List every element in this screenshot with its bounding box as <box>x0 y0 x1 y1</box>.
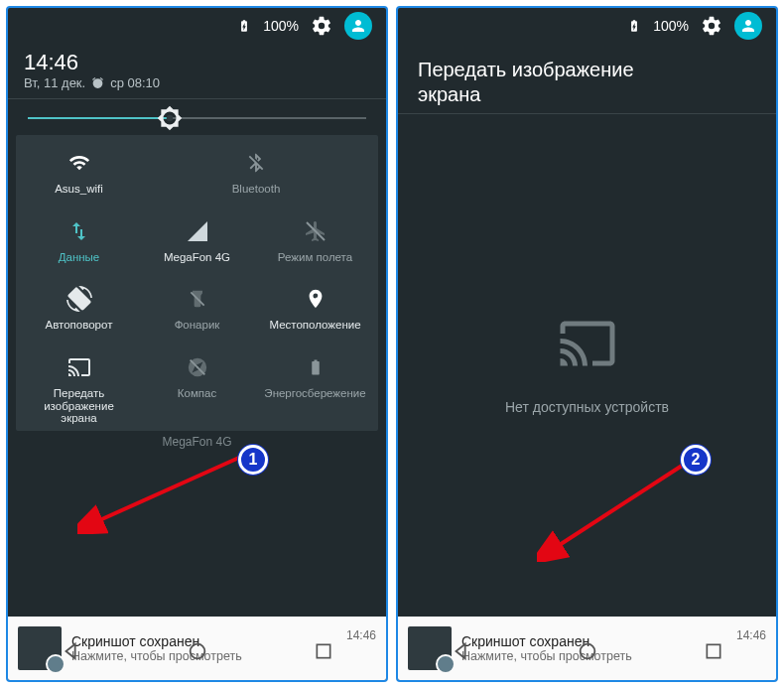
battery-saver-icon <box>307 353 325 381</box>
cast-dialog-title: Передать изображение экрана <box>398 44 776 113</box>
date-text: Вт, 11 дек. <box>24 75 85 90</box>
brightness-slider[interactable] <box>8 99 386 129</box>
tile-data[interactable]: Данные <box>20 213 138 268</box>
tile-label: Asus_wifi <box>55 183 103 196</box>
clock-time: 14:46 <box>24 50 370 75</box>
notification-time: 14:46 <box>346 628 376 642</box>
airplane-off-icon <box>304 217 327 245</box>
battery-charging-icon <box>237 17 251 35</box>
tile-label: Энергосбережение <box>264 387 365 400</box>
notification-card[interactable]: Скриншот сохранен Нажмите, чтобы просмот… <box>398 617 776 680</box>
tile-airplane[interactable]: Режим полета <box>256 213 374 268</box>
notification-title: Скриншот сохранен <box>461 633 726 649</box>
notification-thumbnail <box>408 626 452 670</box>
data-arrows-icon <box>67 217 91 245</box>
tile-cast[interactable]: Передать изображение экрана <box>20 349 138 429</box>
brightness-thumb-icon[interactable] <box>157 105 183 131</box>
tile-bluetooth[interactable]: Bluetooth <box>138 145 374 200</box>
annotation-badge-2: 2 <box>681 445 711 475</box>
tile-autorotate[interactable]: Автоповорот <box>20 281 138 336</box>
status-bar: 100% <box>8 8 386 44</box>
quick-tiles-grid: Asus_wifi Bluetooth Данные MegaFon 4G Ре… <box>16 135 378 431</box>
location-icon <box>305 285 327 313</box>
tile-label: MegaFon 4G <box>164 251 230 264</box>
tile-flashlight[interactable]: Фонарик <box>138 281 256 336</box>
notification-text: Скриншот сохранен Нажмите, чтобы просмот… <box>461 633 726 663</box>
notification-subtitle: Нажмите, чтобы просмотреть <box>71 649 336 663</box>
user-avatar[interactable] <box>734 12 762 40</box>
qs-header: 14:46 Вт, 11 дек. ср 08:10 <box>8 44 386 98</box>
settings-gear-icon[interactable] <box>701 15 722 37</box>
flashlight-off-icon <box>188 285 207 313</box>
tile-label: Автоповорот <box>46 319 113 332</box>
cast-icon <box>65 353 93 381</box>
tile-label: Местоположение <box>269 319 360 332</box>
alarm-icon <box>91 76 104 89</box>
phone-left-quick-settings: 100% 14:46 Вт, 11 дек. ср 08:10 Asus_wif… <box>6 6 388 682</box>
annotation-arrow-1 <box>77 445 251 534</box>
cast-empty-message: Нет доступных устройств <box>505 399 669 415</box>
status-bar: 100% <box>398 8 776 44</box>
battery-percent: 100% <box>653 18 689 34</box>
notification-subtitle: Нажмите, чтобы просмотреть <box>461 649 726 663</box>
notification-text: Скриншот сохранен Нажмите, чтобы просмот… <box>71 633 336 663</box>
carrier-footer: MegaFon 4G <box>8 431 386 449</box>
date-alarm-row: Вт, 11 дек. ср 08:10 <box>24 75 370 90</box>
title-line2: экрана <box>418 82 756 107</box>
brightness-track[interactable] <box>28 117 366 119</box>
tile-wifi[interactable]: Asus_wifi <box>20 145 138 200</box>
notification-thumbnail <box>18 626 62 670</box>
compass-off-icon <box>187 353 208 381</box>
battery-charging-icon <box>627 17 641 35</box>
annotation-badge-1: 1 <box>238 445 268 475</box>
notification-title: Скриншот сохранен <box>71 633 336 649</box>
svg-point-0 <box>167 115 174 122</box>
bluetooth-off-icon <box>245 149 267 177</box>
tile-location[interactable]: Местоположение <box>256 281 374 336</box>
user-avatar[interactable] <box>344 12 372 40</box>
tile-label: Компас <box>178 387 216 400</box>
alarm-text: ср 08:10 <box>110 75 160 90</box>
settings-gear-icon[interactable] <box>311 15 332 37</box>
tile-signal[interactable]: MegaFon 4G <box>138 213 256 268</box>
notification-card[interactable]: Скриншот сохранен Нажмите, чтобы просмот… <box>8 617 386 680</box>
tile-label: Данные <box>59 251 100 264</box>
svg-line-1 <box>95 457 241 522</box>
tile-label: Bluetooth <box>232 183 281 196</box>
tile-label: Фонарик <box>175 319 220 332</box>
cast-large-icon <box>552 314 623 373</box>
wifi-icon <box>65 149 93 177</box>
rotate-icon <box>66 285 92 313</box>
signal-icon <box>186 217 209 245</box>
tile-battery-saver[interactable]: Энергосбережение <box>256 349 374 429</box>
tile-label: Передать изображение экрана <box>25 387 134 425</box>
cast-body: Нет доступных устройств <box>398 114 776 614</box>
tile-compass[interactable]: Компас <box>138 349 256 429</box>
tile-label: Режим полета <box>278 251 352 264</box>
phone-right-cast-dialog: 100% Передать изображение экрана Нет дос… <box>396 6 778 682</box>
battery-percent: 100% <box>263 18 299 34</box>
title-line1: Передать изображение <box>418 59 634 80</box>
notification-time: 14:46 <box>736 628 766 642</box>
